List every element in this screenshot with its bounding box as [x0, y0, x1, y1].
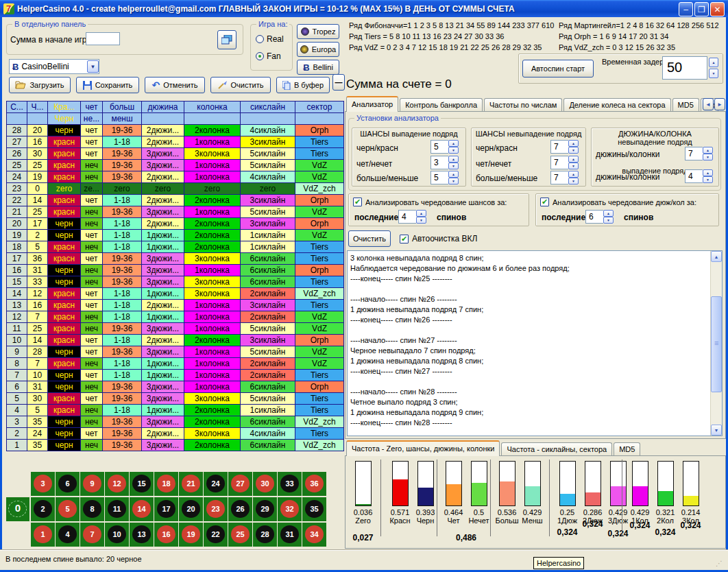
chance-miss-highlow-spinner[interactable]: 7▲▼ [550, 171, 579, 184]
spin-down-icon[interactable]: ▼ [568, 147, 579, 154]
spin-down-icon[interactable]: ▼ [448, 178, 459, 184]
alternation-chances-checkbox[interactable]: ✔ Анализировать чередование шансов за: [353, 198, 507, 206]
roulette-cell-34[interactable]: 34 [302, 523, 326, 547]
analyzer-log[interactable]: 3 колонка невыпадала подряд 8 спин; Набл… [347, 250, 723, 436]
spin-up-icon[interactable]: ▲ [416, 210, 426, 217]
load-button[interactable]: Загрузить [9, 77, 71, 93]
roulette-cell-4[interactable]: 4 [56, 523, 80, 547]
spin-up-icon[interactable]: ▲ [448, 140, 459, 147]
casino-select[interactable]: Ƀ CasinoBellini ▼ [9, 59, 99, 74]
log-scrollbar[interactable]: ▲ ▼ [710, 251, 722, 436]
chance-miss-evenodd-spinner[interactable]: 7▲▼ [550, 156, 579, 169]
last-spins-chances-spinner[interactable]: 4▲▼ [398, 210, 426, 224]
spin-up-icon[interactable]: ▲ [448, 171, 459, 178]
roulette-cell-1[interactable]: 1 [31, 523, 55, 547]
dozen-miss-spinner[interactable]: 7▲▼ [685, 147, 713, 160]
roulette-cell-16[interactable]: 16 [154, 523, 178, 547]
chance-hit-evenodd-spinner[interactable]: 3▲▼ [430, 156, 459, 169]
roulette-cell-7[interactable]: 7 [80, 523, 104, 547]
roulette-zero-cell[interactable]: 0 [6, 497, 29, 521]
spin-down-icon[interactable]: ▼ [448, 163, 459, 169]
roulette-cell-32[interactable]: 32 [278, 497, 302, 521]
scroll-down-icon[interactable]: ▼ [711, 425, 722, 436]
spin-down-icon[interactable]: ▼ [603, 217, 614, 224]
tab-analyzer-4[interactable]: Деление колеса на сектора [563, 98, 670, 112]
tab-frequency-3[interactable]: MD5 [614, 442, 640, 456]
minimize-button[interactable]: – [679, 2, 693, 16]
bellini-button[interactable]: Ƀ Bellini [297, 60, 339, 75]
alternation-dozen-checkbox[interactable]: ✔ Анализировать чередование дюж/кол за: [540, 198, 696, 206]
roulette-cell-29[interactable]: 29 [253, 497, 277, 521]
chance-hit-blackred-spinner[interactable]: 5▲▼ [430, 140, 459, 154]
chance-hit-highlow-spinner[interactable]: 5▲▼ [430, 171, 459, 184]
roulette-cell-2[interactable]: 2 [31, 497, 55, 521]
to-clipboard-button[interactable]: В буфер [276, 77, 330, 93]
roulette-cell-18[interactable]: 18 [154, 472, 178, 496]
tab-analyzer-5[interactable]: MD5 [672, 98, 699, 112]
roulette-cell-28[interactable]: 28 [253, 523, 277, 547]
roulette-cell-24[interactable]: 24 [204, 472, 228, 496]
tab-frequency-2[interactable]: Частота - сиклайны, сектора [501, 442, 612, 456]
tab-scroll-right-icon[interactable]: ► [714, 98, 725, 110]
spin-up-icon[interactable]: ▲ [603, 210, 614, 217]
roulette-cell-9[interactable]: 9 [80, 472, 104, 496]
tab-analyzer-1[interactable]: Анализатор [346, 96, 398, 112]
delay-spinner[interactable]: 50 ▲ ▼ [662, 56, 720, 80]
tropez-button[interactable]: Tropez [297, 24, 339, 39]
roulette-cell-15[interactable]: 15 [130, 472, 154, 496]
delay-down-icon[interactable]: ▼ [709, 69, 718, 78]
autospin-start-button[interactable]: Автоспин старт [522, 60, 594, 78]
roulette-cell-31[interactable]: 31 [278, 523, 302, 547]
roulette-cell-19[interactable]: 19 [179, 523, 203, 547]
autoclear-checkbox[interactable]: ✔ Автоочистка ВКЛ [400, 234, 477, 243]
europa-button[interactable]: Europa [297, 42, 339, 57]
spin-up-icon[interactable]: ▲ [568, 171, 579, 178]
spin-down-icon[interactable]: ▼ [416, 217, 426, 224]
roulette-cell-20[interactable]: 20 [179, 497, 203, 521]
spin-down-icon[interactable]: ▼ [568, 178, 579, 184]
scroll-thumb[interactable] [711, 296, 722, 392]
roulette-cell-3[interactable]: 3 [31, 472, 55, 496]
roulette-cell-35[interactable]: 35 [302, 497, 326, 521]
roulette-cell-30[interactable]: 30 [253, 472, 277, 496]
detach-panel-button[interactable] [217, 30, 236, 49]
spin-down-icon[interactable]: ▼ [703, 176, 713, 183]
close-button[interactable]: ✕ [710, 2, 725, 16]
radio-fan[interactable]: Fan [256, 51, 281, 61]
tab-frequency-1[interactable]: Частота - Zero, шансы, дюжины, колонки [346, 440, 500, 456]
tab-analyzer-2[interactable]: Контроль банкролла [400, 98, 483, 112]
roulette-cell-17[interactable]: 17 [154, 497, 178, 521]
roulette-cell-13[interactable]: 13 [130, 523, 154, 547]
spin-down-icon[interactable]: ▼ [568, 163, 579, 169]
roulette-cell-14[interactable]: 14 [130, 497, 154, 521]
tab-scroll-left-icon[interactable]: ◄ [703, 98, 714, 110]
roulette-cell-5[interactable]: 5 [56, 497, 80, 521]
spin-down-icon[interactable]: ▼ [703, 154, 713, 160]
collapse-button[interactable]: — [332, 74, 345, 91]
roulette-cell-27[interactable]: 27 [228, 472, 252, 496]
roulette-cell-36[interactable]: 36 [302, 472, 326, 496]
chevron-down-icon[interactable]: ▼ [87, 60, 99, 73]
maximize-button[interactable]: ❐ [694, 2, 709, 16]
scroll-up-icon[interactable]: ▲ [711, 251, 722, 262]
title-bar[interactable]: HelperCasino 4.0 - create helperroullet@… [0, 0, 728, 17]
tab-analyzer-3[interactable]: Частоты по числам [484, 98, 562, 112]
roulette-cell-6[interactable]: 6 [56, 472, 80, 496]
last-spins-dozen-spinner[interactable]: 6▲▼ [585, 210, 614, 224]
roulette-cell-21[interactable]: 21 [179, 472, 203, 496]
roulette-cell-12[interactable]: 12 [105, 472, 129, 496]
clear-button-top[interactable]: Очистить [210, 77, 271, 93]
roulette-cell-22[interactable]: 22 [204, 523, 228, 547]
roulette-cell-11[interactable]: 11 [105, 497, 129, 521]
clear-log-button[interactable]: Очистить [348, 230, 391, 247]
spin-down-icon[interactable]: ▼ [448, 147, 459, 154]
roulette-cell-33[interactable]: 33 [278, 472, 302, 496]
roulette-cell-8[interactable]: 8 [80, 497, 104, 521]
spin-up-icon[interactable]: ▲ [703, 169, 713, 176]
roulette-cell-10[interactable]: 10 [105, 523, 129, 547]
spin-up-icon[interactable]: ▲ [568, 140, 579, 147]
spin-up-icon[interactable]: ▲ [568, 156, 579, 163]
start-sum-input[interactable] [86, 32, 120, 45]
chance-miss-blackred-spinner[interactable]: 7▲▼ [550, 140, 579, 154]
delay-up-icon[interactable]: ▲ [709, 58, 718, 67]
